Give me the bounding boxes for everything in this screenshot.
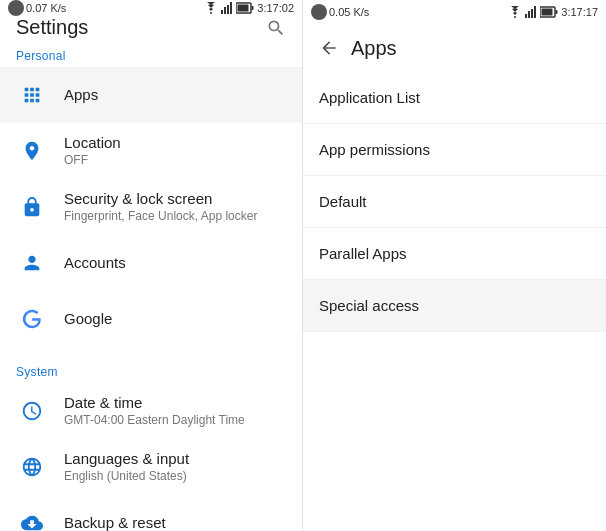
apps-text: Apps: [64, 85, 286, 105]
globe-icon: [16, 451, 48, 483]
svg-rect-11: [525, 14, 527, 18]
accounts-title: Accounts: [64, 253, 286, 273]
datetime-text: Date & time GMT-04:00 Eastern Daylight T…: [64, 393, 286, 429]
lock-icon: [16, 191, 48, 223]
menu-item-special-access[interactable]: Special access: [303, 280, 606, 332]
svg-rect-12: [528, 11, 530, 18]
svg-point-10: [514, 16, 516, 18]
menu-item-app-permissions[interactable]: App permissions: [303, 124, 606, 176]
sidebar-item-location[interactable]: Location OFF: [0, 123, 302, 179]
languages-title: Languages & input: [64, 449, 286, 469]
svg-rect-7: [252, 6, 254, 10]
application-list-label: Application List: [319, 89, 420, 106]
svg-rect-4: [227, 5, 229, 14]
status-right-right: 3:17:17: [508, 6, 598, 18]
svg-rect-3: [224, 7, 226, 14]
status-bar-right: 0.05 K/s 3:17:17: [303, 0, 606, 24]
parallel-apps-label: Parallel Apps: [319, 245, 407, 262]
datetime-title: Date & time: [64, 393, 286, 413]
sidebar-item-apps[interactable]: Apps: [0, 67, 302, 123]
sidebar-item-backup[interactable]: Backup & reset: [0, 495, 302, 531]
apps-header-title: Apps: [351, 37, 397, 60]
signal-icon: [221, 2, 233, 14]
accounts-icon: [16, 247, 48, 279]
accounts-text: Accounts: [64, 253, 286, 273]
menu-item-default[interactable]: Default: [303, 176, 606, 228]
location-subtitle: OFF: [64, 153, 286, 169]
battery-icon: [236, 2, 254, 14]
menu-item-application-list[interactable]: Application List: [303, 72, 606, 124]
notification-icon-right: [311, 4, 327, 20]
security-text: Security & lock screen Fingerprint, Face…: [64, 189, 286, 225]
svg-rect-13: [531, 9, 533, 18]
notification-icon: [8, 0, 24, 16]
svg-rect-14: [534, 6, 536, 18]
svg-rect-8: [238, 5, 249, 12]
special-access-label: Special access: [319, 297, 419, 314]
time-left: 3:17:02: [257, 2, 294, 14]
personal-label: Personal: [0, 39, 302, 67]
apps-title: Apps: [64, 85, 286, 105]
sidebar-item-google[interactable]: Google: [0, 291, 302, 347]
menu-item-parallel-apps[interactable]: Parallel Apps: [303, 228, 606, 280]
search-icon[interactable]: [266, 18, 286, 38]
status-left: 0.07 K/s: [8, 0, 66, 16]
sidebar-item-security[interactable]: Security & lock screen Fingerprint, Face…: [0, 179, 302, 235]
security-subtitle: Fingerprint, Face Unlock, App locker: [64, 209, 286, 225]
settings-title: Settings: [16, 16, 88, 39]
system-label: System: [0, 355, 302, 383]
google-text: Google: [64, 309, 286, 329]
sidebar-item-languages[interactable]: Languages & input English (United States…: [0, 439, 302, 495]
signal-icon-right: [525, 6, 537, 18]
backup-text: Backup & reset: [64, 513, 286, 531]
wifi-icon-right: [508, 6, 522, 18]
google-icon: [16, 303, 48, 335]
speed-left: 0.07 K/s: [26, 2, 66, 14]
backup-title: Backup & reset: [64, 513, 286, 531]
languages-subtitle: English (United States): [64, 469, 286, 485]
location-icon: [16, 135, 48, 167]
svg-rect-16: [556, 10, 558, 14]
location-title: Location: [64, 133, 286, 153]
status-left-right: 0.05 K/s: [311, 4, 369, 20]
apps-icon: [16, 79, 48, 111]
svg-rect-17: [542, 9, 553, 16]
header-row: Apps: [319, 37, 397, 60]
status-bar-left: 0.07 K/s 3:17:02: [0, 0, 302, 16]
time-right: 3:17:17: [561, 6, 598, 18]
clock-icon: [16, 395, 48, 427]
svg-point-9: [315, 8, 323, 16]
svg-rect-2: [221, 10, 223, 14]
left-panel: 0.07 K/s 3:17:02 Settings: [0, 0, 303, 531]
security-title: Security & lock screen: [64, 189, 286, 209]
status-right-left: 3:17:02: [204, 2, 294, 14]
right-panel: 0.05 K/s 3:17:17 Apps: [303, 0, 606, 531]
svg-point-1: [210, 12, 212, 14]
languages-text: Languages & input English (United States…: [64, 449, 286, 485]
svg-rect-5: [230, 2, 232, 14]
sidebar-item-accounts[interactable]: Accounts: [0, 235, 302, 291]
google-title: Google: [64, 309, 286, 329]
default-label: Default: [319, 193, 367, 210]
speed-right: 0.05 K/s: [329, 6, 369, 18]
settings-header: Settings: [0, 16, 302, 39]
sidebar-item-datetime[interactable]: Date & time GMT-04:00 Eastern Daylight T…: [0, 383, 302, 439]
svg-point-0: [12, 4, 20, 12]
apps-header: Apps: [303, 24, 606, 72]
datetime-subtitle: GMT-04:00 Eastern Daylight Time: [64, 413, 286, 429]
location-text: Location OFF: [64, 133, 286, 169]
backup-icon: [16, 507, 48, 531]
app-permissions-label: App permissions: [319, 141, 430, 158]
wifi-icon: [204, 2, 218, 14]
battery-icon-right: [540, 6, 558, 18]
back-button[interactable]: [319, 38, 339, 58]
